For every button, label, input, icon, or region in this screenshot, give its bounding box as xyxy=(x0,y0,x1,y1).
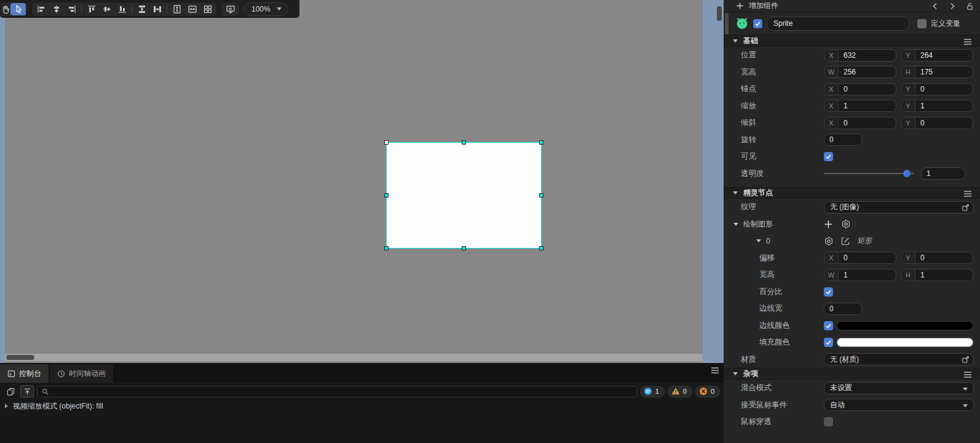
hand-tool-button[interactable] xyxy=(1,3,10,15)
canvas-horizontal-scrollbar[interactable] xyxy=(5,354,703,361)
distribute-vertical-button[interactable] xyxy=(134,3,149,15)
stretch-height-button[interactable] xyxy=(169,3,184,15)
section-misc[interactable]: 杂项 xyxy=(724,368,980,380)
scale-y-input[interactable]: Y1 xyxy=(901,100,973,112)
distribute-horizontal-button[interactable] xyxy=(149,3,165,15)
add-component-button[interactable]: 增加组件 xyxy=(749,1,778,11)
chevron-right-icon[interactable] xyxy=(949,2,956,10)
add-graphic-button[interactable] xyxy=(824,220,833,229)
offset-x-input[interactable]: X0 xyxy=(824,252,896,264)
define-variable-checkbox[interactable] xyxy=(917,19,927,28)
node-name-input[interactable] xyxy=(767,17,910,31)
selected-sprite[interactable] xyxy=(386,142,542,249)
chevron-down-icon xyxy=(963,388,968,391)
canvas-workarea[interactable]: 100% xyxy=(0,0,724,363)
unlock-icon[interactable] xyxy=(966,2,974,10)
row-label: 缩放 xyxy=(741,101,824,111)
blend-mode-dropdown[interactable]: 未设置 xyxy=(824,382,974,394)
selection-handle-e[interactable] xyxy=(539,193,543,198)
width-input[interactable]: W256 xyxy=(824,66,896,78)
selection-handle-se[interactable] xyxy=(539,246,543,250)
section-basic[interactable]: 基础 xyxy=(724,35,980,47)
node-enabled-checkbox[interactable] xyxy=(753,19,762,28)
asset-picker-icon[interactable] xyxy=(961,203,970,212)
percent-checkbox[interactable] xyxy=(824,287,833,297)
section-menu-icon[interactable] xyxy=(964,41,971,42)
align-left-button[interactable] xyxy=(33,3,49,15)
edit-graphic-icon[interactable] xyxy=(840,236,850,246)
row-graphic-item-0[interactable]: 0 矩形 xyxy=(724,233,980,250)
skew-y-input[interactable]: Y0 xyxy=(901,117,973,129)
error-count-badge[interactable]: 0 xyxy=(695,386,720,397)
mouse-events-dropdown[interactable]: 自动 xyxy=(824,399,974,411)
row-draw-graphics[interactable]: 绘制图形 xyxy=(724,216,980,233)
copy-log-button[interactable] xyxy=(4,385,17,397)
texture-field[interactable]: 无 (图像) xyxy=(824,201,974,214)
selection-handle-nw[interactable] xyxy=(384,140,389,145)
select-tool-button[interactable] xyxy=(10,3,26,15)
position-y-input[interactable]: Y264 xyxy=(901,49,973,62)
collapse-triangle-icon xyxy=(733,223,738,226)
zoom-level-dropdown[interactable]: 100% xyxy=(243,2,288,16)
rotation-input[interactable]: 0 xyxy=(824,134,862,146)
info-count-badge[interactable]: 1 xyxy=(640,386,665,397)
check-icon xyxy=(825,339,832,346)
warning-count-badge[interactable]: 0 xyxy=(668,386,692,397)
align-center-horizontal-button[interactable] xyxy=(49,3,64,15)
console-menu-button[interactable] xyxy=(711,370,719,371)
opacity-slider[interactable] xyxy=(824,173,914,174)
log-entry[interactable]: 视频缩放模式 (objectFit): fill xyxy=(0,400,724,412)
fill-color-swatch[interactable] xyxy=(837,338,973,347)
selection-handle-w[interactable] xyxy=(384,193,389,198)
line-color-swatch[interactable] xyxy=(837,321,973,330)
console-search-box[interactable] xyxy=(37,386,637,397)
canvas-stage[interactable] xyxy=(5,0,703,363)
expand-arrow-icon[interactable] xyxy=(5,404,8,409)
row-label: 混合模式 xyxy=(741,383,824,393)
selection-handle-ne[interactable] xyxy=(539,140,543,145)
material-field[interactable]: 无 (材质) xyxy=(824,353,974,365)
arrange-grid-button[interactable] xyxy=(200,3,215,15)
graphics-settings-icon[interactable] xyxy=(841,219,851,229)
graphic-settings-icon[interactable] xyxy=(824,236,834,246)
align-bottom-button[interactable] xyxy=(114,3,130,15)
preview-monitor-button[interactable] xyxy=(223,3,238,15)
mouse-through-checkbox[interactable] xyxy=(824,417,833,426)
canvas-vertical-scrollbar-thumb[interactable] xyxy=(717,6,722,21)
section-sprite-node[interactable]: 精灵节点 xyxy=(724,187,980,199)
stretch-height-icon xyxy=(172,4,182,14)
position-x-input[interactable]: X632 xyxy=(824,49,896,62)
section-menu-icon[interactable] xyxy=(964,374,971,375)
line-color-checkbox[interactable] xyxy=(824,321,833,330)
align-middle-vertical-button[interactable] xyxy=(99,3,114,15)
graphic-height-input[interactable]: H1 xyxy=(901,269,973,281)
anchor-y-input[interactable]: Y0 xyxy=(901,83,973,95)
opacity-input[interactable]: 1 xyxy=(921,167,965,180)
scale-x-input[interactable]: X1 xyxy=(824,100,896,112)
height-input[interactable]: H175 xyxy=(901,66,973,78)
opacity-slider-thumb[interactable] xyxy=(903,170,911,177)
align-right-button[interactable] xyxy=(64,3,79,15)
selection-handle-n[interactable] xyxy=(462,140,466,145)
anchor-x-input[interactable]: X0 xyxy=(824,83,896,95)
stretch-width-button[interactable] xyxy=(184,3,200,15)
offset-y-input[interactable]: Y0 xyxy=(901,252,973,264)
selection-handle-s[interactable] xyxy=(462,246,466,250)
horizontal-scrollbar-thumb[interactable] xyxy=(6,355,34,360)
line-width-input[interactable]: 0 xyxy=(824,303,862,315)
collapse-logs-button[interactable] xyxy=(20,385,34,397)
asset-picker-icon[interactable] xyxy=(961,355,970,364)
fill-color-checkbox[interactable] xyxy=(824,338,833,347)
graphic-width-input[interactable]: W1 xyxy=(824,269,896,281)
section-menu-icon[interactable] xyxy=(964,193,971,194)
visible-checkbox[interactable] xyxy=(824,152,833,161)
align-top-button[interactable] xyxy=(84,3,99,15)
copy-icon xyxy=(6,387,15,396)
clock-icon xyxy=(57,370,65,378)
tab-console[interactable]: 控制台 xyxy=(0,364,49,383)
selection-handle-sw[interactable] xyxy=(384,246,389,250)
console-search-input[interactable] xyxy=(52,387,633,396)
tab-timeline-animation[interactable]: 时间轴动画 xyxy=(50,364,113,383)
skew-x-input[interactable]: X0 xyxy=(824,117,896,129)
chevron-left-icon[interactable] xyxy=(931,2,939,10)
